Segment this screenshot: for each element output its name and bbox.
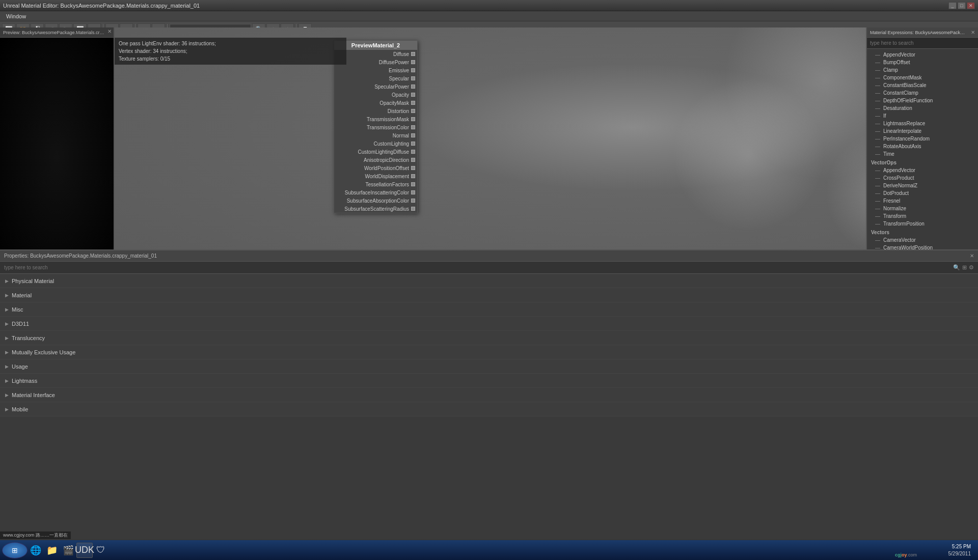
- expr-dash: —: [875, 82, 880, 88]
- minimize-button[interactable]: _: [948, 2, 957, 9]
- expr-item[interactable]: —ConstantClamp: [867, 89, 978, 97]
- node-pin[interactable]: TransmissionMask: [334, 115, 417, 123]
- expr-item[interactable]: —Desaturation: [867, 104, 978, 112]
- expand-arrow: ▶: [5, 393, 9, 398]
- close-button[interactable]: ✕: [967, 2, 975, 9]
- node-pin[interactable]: CustomLightingDiffuse: [334, 148, 417, 156]
- expr-item[interactable]: —CameraVector: [867, 236, 978, 244]
- node-pin[interactable]: Opacity: [334, 91, 417, 99]
- expand-arrow: ▶: [5, 321, 9, 326]
- node-pin[interactable]: Distortion: [334, 107, 417, 115]
- expr-item[interactable]: —Clamp: [867, 66, 978, 74]
- node-pin[interactable]: DiffusePower: [334, 58, 417, 66]
- expr-item[interactable]: —AppendVector: [867, 51, 978, 59]
- prop-section[interactable]: ▶Misc: [0, 302, 978, 317]
- node-pin[interactable]: AnisotropicDirection: [334, 156, 417, 164]
- expr-item[interactable]: —BumpOffset: [867, 59, 978, 66]
- preview-canvas: — X — Y: [0, 38, 114, 277]
- expr-item[interactable]: —CrossProduct: [867, 174, 978, 182]
- properties-header: Properties: BuckysAwesomePackage.Materia…: [0, 250, 978, 262]
- expr-label: DepthOfFieldFunction: [883, 98, 933, 103]
- right-search-input[interactable]: [870, 40, 975, 46]
- node-pin[interactable]: SubsurfaceInscatteringColor: [334, 188, 417, 197]
- node-pin[interactable]: Specular: [334, 74, 417, 82]
- expr-item[interactable]: —RotateAboutAxis: [867, 143, 978, 150]
- prop-section[interactable]: ▶Usage: [0, 359, 978, 374]
- prop-sections: ▶Physical Material▶Material▶Misc▶D3D11▶T…: [0, 274, 978, 416]
- right-search[interactable]: [867, 38, 978, 49]
- prop-section[interactable]: ▶Physical Material: [0, 274, 978, 288]
- expr-item[interactable]: —TransformPosition: [867, 220, 978, 228]
- expr-category: Vectors: [867, 228, 978, 236]
- expr-item[interactable]: —Fresnel: [867, 197, 978, 205]
- expr-dash: —: [875, 105, 880, 111]
- node-pin[interactable]: Emissive: [334, 66, 417, 74]
- node-pin[interactable]: CustomLighting: [334, 139, 417, 148]
- expand-arrow: ▶: [5, 278, 9, 284]
- taskbar: ⊞ 🌐 📁 🎬 UDK 🛡 5:25 PM 5/29/2011 cgjoy.co…: [0, 540, 978, 560]
- prop-section[interactable]: ▶Mobile: [0, 402, 978, 416]
- title-bar: Unreal Material Editor: BuckysAwesomePac…: [0, 0, 978, 11]
- expr-item[interactable]: —PerInstanceRandom: [867, 135, 978, 143]
- taskbar-icon-ie[interactable]: 🌐: [28, 543, 44, 558]
- taskbar-clock: 5:25 PM 5/29/2011: [948, 543, 976, 557]
- expr-item[interactable]: —LightmassReplace: [867, 120, 978, 127]
- taskbar-icon-app5[interactable]: 🛡: [93, 543, 109, 558]
- right-panel-title-text: Material Expressions: BuckysAwesomePacka…: [870, 30, 967, 35]
- node-pin[interactable]: WorldDisplacement: [334, 172, 417, 180]
- expr-item[interactable]: —If: [867, 112, 978, 120]
- properties-search[interactable]: 🔍 ⊞ ⚙: [0, 262, 978, 274]
- expr-item[interactable]: —AppendVector: [867, 166, 978, 174]
- node-pin[interactable]: WorldPositionOffset: [334, 164, 417, 172]
- expr-item[interactable]: —ComponentMask: [867, 74, 978, 81]
- editor-canvas[interactable]: PreviewMaterial_2 DiffuseDiffusePowerEmi…: [115, 27, 978, 277]
- taskbar-icon-media[interactable]: 🎬: [60, 543, 76, 558]
- expr-item[interactable]: —DotProduct: [867, 189, 978, 197]
- section-label: D3D11: [12, 321, 29, 327]
- node-pin[interactable]: Diffuse: [334, 50, 417, 58]
- expr-dash: —: [875, 60, 880, 65]
- node-pin[interactable]: SubsurfaceAbsorptionColor: [334, 197, 417, 205]
- prop-section[interactable]: ▶Material Interface: [0, 388, 978, 402]
- node-pin[interactable]: TessellationFactors: [334, 180, 417, 188]
- properties-search-input[interactable]: [4, 265, 951, 270]
- section-label: Material Interface: [12, 392, 55, 398]
- expr-item[interactable]: —Normalize: [867, 205, 978, 212]
- properties-close[interactable]: ✕: [970, 253, 974, 259]
- node-pin[interactable]: SubsurfaceScatteringRadius: [334, 205, 417, 213]
- expr-dash: —: [875, 206, 880, 211]
- expr-item[interactable]: —LinearInterpolate: [867, 127, 978, 135]
- bg-blob-2: [672, 78, 825, 231]
- taskbar-icon-udk[interactable]: UDK: [76, 543, 93, 558]
- expand-arrow: ▶: [5, 378, 9, 383]
- brand-logo: cgjoy.com: [895, 552, 917, 557]
- expand-arrow: ▶: [5, 335, 9, 341]
- node-pin[interactable]: TransmissionColor: [334, 123, 417, 131]
- expr-label: Normalize: [883, 206, 906, 211]
- expr-label: DotProduct: [883, 190, 909, 196]
- expr-item[interactable]: —Time: [867, 150, 978, 158]
- prop-section[interactable]: ▶Mutually Exclusive Usage: [0, 345, 978, 359]
- prop-section[interactable]: ▶Lightmass: [0, 374, 978, 388]
- node-pin[interactable]: Normal: [334, 131, 417, 139]
- node-pin[interactable]: SpecularPower: [334, 82, 417, 91]
- expressions-list: —AppendVector—BumpOffset—Clamp—Component…: [867, 49, 978, 277]
- prop-section[interactable]: ▶Material: [0, 288, 978, 302]
- prop-section[interactable]: ▶D3D11: [0, 317, 978, 331]
- expr-item[interactable]: —DepthOfFieldFunction: [867, 97, 978, 104]
- start-button[interactable]: ⊞: [2, 542, 28, 558]
- preview-close-button[interactable]: ✕: [107, 29, 112, 34]
- clock-time: 5:25 PM: [948, 543, 971, 550]
- right-panel-close[interactable]: ✕: [971, 30, 975, 35]
- maximize-button[interactable]: □: [958, 2, 966, 9]
- expr-item[interactable]: —DeriveNormalZ: [867, 182, 978, 189]
- preview-tab: Preview: BuckysAwesomePackage.Materials.…: [0, 27, 114, 38]
- prop-section[interactable]: ▶Translucency: [0, 331, 978, 345]
- node-pin[interactable]: OpacityMask: [334, 99, 417, 107]
- expr-item[interactable]: —Transform: [867, 212, 978, 220]
- section-label: Material: [12, 292, 32, 298]
- taskbar-icon-explorer[interactable]: 📁: [44, 543, 60, 558]
- menu-window[interactable]: Window: [2, 11, 30, 21]
- expr-item[interactable]: —ConstantBiasScale: [867, 81, 978, 89]
- clock-date: 5/29/2011: [948, 550, 971, 557]
